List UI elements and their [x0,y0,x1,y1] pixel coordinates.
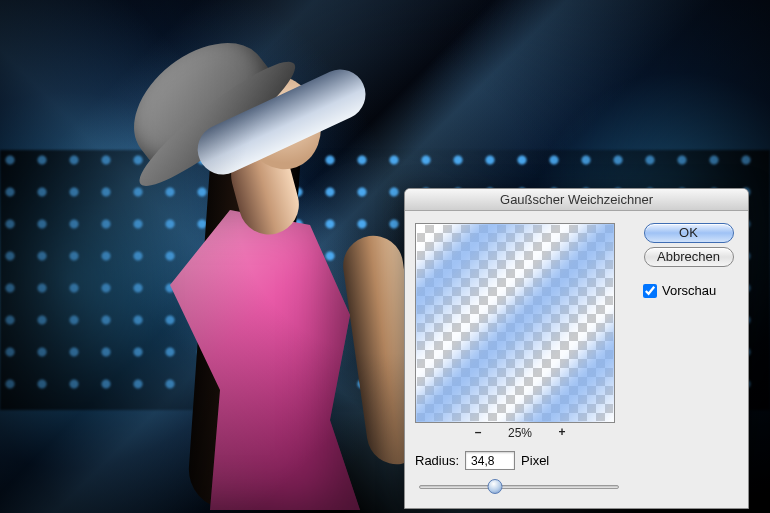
radius-label: Radius: [415,453,459,468]
preview-checkbox-row[interactable]: Vorschau [639,283,716,298]
preview-checkbox[interactable] [643,284,657,298]
dialog-right-column: OK Abbrechen Vorschau [639,223,738,494]
zoom-level-label: 25% [508,426,532,440]
ok-button[interactable]: OK [644,223,734,243]
zoom-controls: – 25% + [415,425,625,441]
radius-input[interactable] [465,451,515,470]
dialog-body: – 25% + Radius: Pixel OK Abbrechen Vor [405,211,748,508]
dialog-left-column: – 25% + Radius: Pixel [415,223,625,494]
preview-content [415,223,615,423]
radius-slider-wrap [415,478,625,494]
radius-slider[interactable] [419,478,619,494]
blur-preview[interactable] [415,223,615,423]
dialog-title: Gaußscher Weichzeichner [405,189,748,211]
zoom-out-button[interactable]: – [470,425,486,441]
radius-unit-label: Pixel [521,453,549,468]
radius-row: Radius: Pixel [415,451,625,470]
gaussian-blur-dialog: Gaußscher Weichzeichner – 25% + Radius: … [404,188,749,509]
preview-checkbox-label: Vorschau [662,283,716,298]
slider-thumb[interactable] [488,479,503,494]
zoom-in-button[interactable]: + [554,425,570,441]
slider-track [419,485,619,489]
cancel-button[interactable]: Abbrechen [644,247,734,267]
